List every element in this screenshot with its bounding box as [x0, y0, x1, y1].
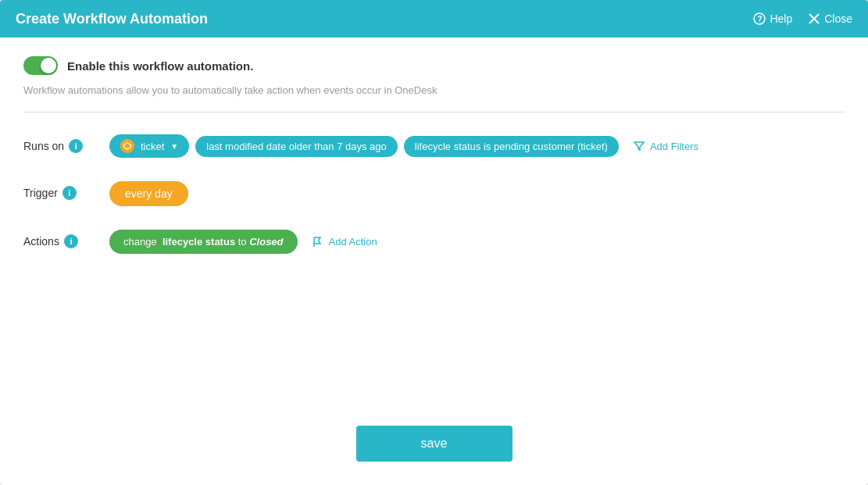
- chevron-down-icon: ▼: [170, 142, 178, 151]
- trigger-pill[interactable]: every day: [109, 181, 188, 206]
- ticket-label: ticket: [141, 141, 164, 152]
- subtitle-text: Workflow automations allow you to automa…: [23, 84, 845, 96]
- help-button[interactable]: ? Help: [753, 12, 792, 25]
- modal-title: Create Workflow Automation: [16, 11, 208, 27]
- actions-label-group: Actions i: [23, 230, 94, 248]
- actions-info-icon[interactable]: i: [64, 234, 78, 248]
- actions-label: Actions: [23, 235, 59, 248]
- help-label: Help: [770, 12, 792, 25]
- modal-footer: save: [0, 410, 868, 485]
- close-label: Close: [824, 12, 852, 25]
- enable-toggle[interactable]: [23, 56, 58, 75]
- actions-section: Actions i change lifecycle status to Clo…: [23, 230, 845, 254]
- add-filters-button[interactable]: Add Filters: [625, 135, 706, 157]
- runs-on-info-icon[interactable]: i: [69, 139, 83, 153]
- action-bold: lifecycle status: [163, 236, 235, 248]
- action-pill[interactable]: change lifecycle status to Closed: [109, 230, 298, 254]
- action-mid: to: [238, 236, 249, 248]
- add-action-button[interactable]: Add Action: [304, 231, 385, 253]
- trigger-value: every day: [125, 187, 173, 200]
- filter-2-text: lifecycle status is pending customer (ti…: [415, 141, 608, 152]
- runs-on-content: ticket ▼ last modified date older than 7…: [109, 134, 845, 158]
- modal-header: Create Workflow Automation ? Help Close: [0, 0, 868, 37]
- ticket-type-icon: [120, 139, 134, 153]
- header-actions: ? Help Close: [753, 12, 852, 25]
- enable-label: Enable this workflow automation.: [67, 59, 253, 73]
- action-text: change lifecycle status to Closed: [123, 236, 284, 248]
- actions-content: change lifecycle status to Closed Add Ac…: [109, 230, 845, 254]
- close-button[interactable]: Close: [808, 12, 852, 25]
- filter-1-text: last modified date older than 7 days ago: [206, 141, 387, 152]
- trigger-content: every day: [109, 181, 845, 206]
- add-action-label: Add Action: [329, 236, 377, 248]
- add-filters-label: Add Filters: [650, 141, 698, 152]
- modal-container: Create Workflow Automation ? Help Close: [0, 0, 868, 485]
- trigger-label-group: Trigger i: [23, 181, 94, 200]
- divider: [23, 112, 845, 112]
- filter-pill-1[interactable]: last modified date older than 7 days ago: [195, 136, 398, 157]
- ticket-dropdown[interactable]: ticket ▼: [109, 134, 189, 158]
- trigger-info-icon[interactable]: i: [63, 186, 77, 200]
- trigger-section: Trigger i every day: [23, 181, 845, 206]
- help-icon: ?: [753, 12, 766, 25]
- filter-icon: [633, 140, 645, 152]
- modal-body: Enable this workflow automation. Workflo…: [0, 37, 868, 410]
- runs-on-label: Runs on: [23, 140, 64, 152]
- action-prefix: change: [123, 236, 157, 248]
- trigger-label: Trigger: [23, 187, 58, 199]
- save-button[interactable]: save: [356, 426, 513, 462]
- filter-pill-2[interactable]: lifecycle status is pending customer (ti…: [404, 136, 619, 157]
- close-icon: [808, 12, 820, 25]
- flag-icon: [312, 236, 324, 248]
- svg-text:?: ?: [758, 15, 763, 23]
- runs-on-label-group: Runs on i: [23, 134, 94, 153]
- runs-on-section: Runs on i ticket ▼ last m: [23, 134, 845, 158]
- action-italic: Closed: [249, 236, 283, 248]
- enable-row: Enable this workflow automation.: [23, 56, 845, 75]
